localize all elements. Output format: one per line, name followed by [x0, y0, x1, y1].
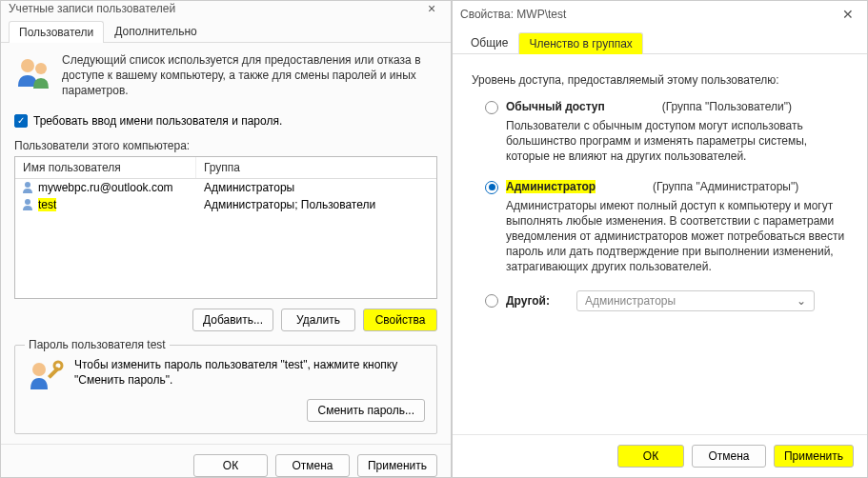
user-icon — [21, 198, 34, 211]
remove-button[interactable]: Удалить — [281, 309, 355, 331]
radio-admin-label: Администратор — [506, 180, 595, 193]
radio-standard-user[interactable] — [485, 101, 498, 114]
user-accounts-dialog: Учетные записи пользователей × Пользоват… — [0, 0, 452, 478]
user-icon — [21, 181, 34, 194]
username-cell: test — [38, 198, 56, 211]
cancel-button[interactable]: Отмена — [275, 454, 350, 477]
users-icon — [14, 52, 52, 90]
tab-advanced[interactable]: Дополнительно — [104, 20, 207, 42]
th-group[interactable]: Группа — [196, 157, 436, 178]
dialog-title: Учетные записи пользователей — [9, 2, 420, 15]
svg-point-6 — [54, 362, 62, 369]
apply-button[interactable]: Применить — [774, 445, 854, 468]
ok-button[interactable]: ОК — [193, 454, 268, 477]
svg-point-1 — [35, 63, 47, 74]
group-cell: Администраторы; Пользователи — [202, 198, 431, 211]
cancel-button[interactable]: Отмена — [692, 445, 766, 468]
add-button[interactable]: Добавить... — [192, 309, 273, 331]
table-header: Имя пользователя Группа — [15, 157, 436, 179]
radio-standard-label: Обычный доступ — [506, 100, 605, 113]
apply-button[interactable]: Применить — [357, 454, 437, 477]
svg-point-4 — [32, 363, 46, 376]
properties-dialog: Свойства: MWP\test ✕ Общие Членство в гр… — [452, 0, 868, 478]
th-username[interactable]: Имя пользователя — [15, 157, 196, 178]
svg-point-3 — [25, 199, 30, 205]
close-icon[interactable]: ✕ — [837, 7, 859, 22]
users-list-label: Пользователи этого компьютера: — [14, 139, 437, 152]
radio-standard-desc: Пользователи с обычным доступом могут ис… — [506, 118, 854, 165]
change-password-button[interactable]: Сменить пароль... — [307, 399, 425, 422]
table-row[interactable]: mywebpc.ru@outlook.com Администраторы — [15, 179, 436, 196]
tab-general[interactable]: Общие — [460, 31, 518, 53]
radio-other-label: Другой: — [506, 294, 550, 308]
radio-standard-hint: (Группа "Пользователи") — [662, 100, 792, 113]
users-table: Имя пользователя Группа mywebpc.ru@outlo… — [14, 156, 437, 299]
radio-administrator[interactable] — [485, 181, 498, 194]
tabs: Пользователи Дополнительно — [1, 16, 451, 43]
tab-users[interactable]: Пользователи — [9, 21, 104, 43]
table-row[interactable]: test Администраторы; Пользователи — [15, 196, 436, 213]
tab-membership[interactable]: Членство в группах — [518, 32, 642, 54]
dialog-body: Уровень доступа, предоставляемый этому п… — [453, 54, 867, 434]
properties-button[interactable]: Свойства — [363, 309, 437, 331]
dialog-footer: ОК Отмена Применить — [453, 434, 867, 477]
dialog-body: Следующий список используется для предос… — [1, 43, 451, 444]
password-legend: Пароль пользователя test — [25, 338, 170, 351]
require-login-checkbox[interactable]: ✓ — [14, 114, 28, 128]
key-icon — [27, 357, 65, 395]
other-group-combobox[interactable]: Администраторы ⌄ — [576, 290, 815, 311]
chevron-down-icon: ⌄ — [797, 294, 806, 308]
radio-admin-hint: (Группа "Администраторы") — [653, 180, 798, 193]
password-fieldset: Пароль пользователя test Чтобы изменить … — [14, 345, 437, 434]
username-cell: mywebpc.ru@outlook.com — [38, 181, 173, 194]
group-cell: Администраторы — [202, 181, 431, 194]
tabs: Общие Членство в группах — [453, 28, 867, 54]
titlebar: Свойства: MWP\test ✕ — [453, 1, 867, 28]
intro-text: Следующий список используется для предос… — [62, 52, 437, 99]
svg-point-2 — [25, 182, 30, 188]
radio-other[interactable] — [485, 294, 498, 308]
dialog-footer: ОК Отмена Применить — [1, 444, 451, 478]
require-login-label: Требовать ввод имени пользователя и паро… — [33, 114, 282, 128]
titlebar: Учетные записи пользователей × — [1, 1, 451, 16]
dialog-title: Свойства: MWP\test — [460, 8, 837, 21]
radio-admin-desc: Администраторы имеют полный доступ к ком… — [506, 198, 854, 275]
access-level-label: Уровень доступа, предоставляемый этому п… — [472, 73, 854, 87]
combo-value: Администраторы — [585, 294, 676, 308]
password-text: Чтобы изменить пароль пользователя "test… — [74, 357, 425, 388]
ok-button[interactable]: ОК — [617, 445, 684, 468]
svg-point-0 — [21, 59, 34, 72]
close-icon[interactable]: × — [420, 1, 443, 16]
